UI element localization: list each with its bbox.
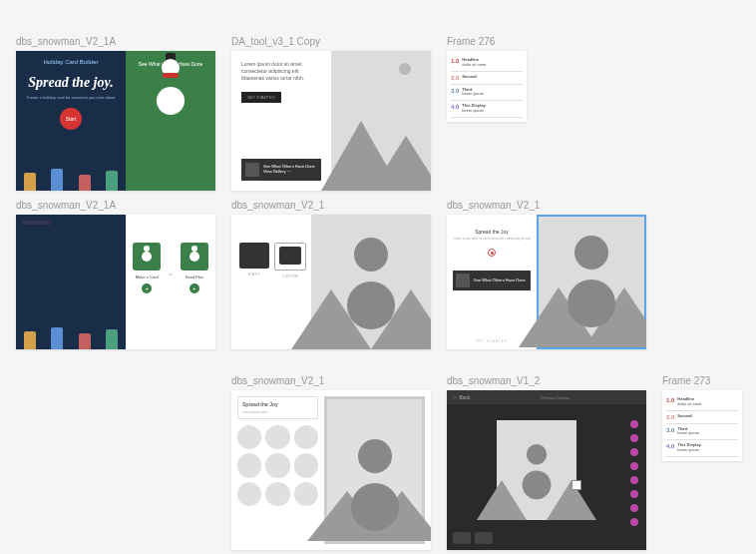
color-dot	[630, 490, 638, 498]
frame-dbs-snowman-v2-1-c[interactable]: dbs_snowman_V2_1 Spread the Joy Lorem ip…	[231, 375, 431, 550]
step-number: 1.0	[451, 58, 459, 64]
mountains	[331, 107, 431, 191]
frame-dbs-snowman-v2-1-b[interactable]: dbs_snowman_V2_1 Spread the Joy Lorem ip…	[447, 200, 646, 349]
step-sub: dolor sit amet	[677, 402, 701, 407]
avatar-placeholder	[237, 425, 261, 449]
callout-title: See What Others Have Done	[474, 278, 526, 283]
step-sub: dolor sit amet	[462, 63, 486, 68]
step-number: 1.0	[666, 397, 674, 403]
color-dot	[630, 434, 638, 442]
color-dot	[630, 476, 638, 484]
subtitle: Lorem ipsum dolor sit amet consectetur a…	[453, 237, 531, 241]
avatar-placeholder	[265, 453, 289, 477]
color-dot	[630, 504, 638, 512]
steps-list: 1.0 Headline dolor sit amet 2.0 Second 3…	[451, 55, 523, 118]
step-item: 1.0 Headline dolor sit amet	[451, 55, 523, 72]
frame-thumbnail[interactable]: Holiday Card Builder Spread the joy. Cre…	[16, 51, 215, 191]
snowman-placeholder	[347, 276, 395, 329]
option-tile	[239, 243, 269, 269]
snowman-placeholder	[567, 274, 615, 327]
step-number: 4.0	[451, 104, 459, 110]
get-started-button: GET STARTED	[241, 92, 281, 103]
frame-dbs-snowman-v2-1-a[interactable]: dbs_snowman_V2_1 STATIC CUSTOM	[231, 200, 431, 349]
editor-canvas	[497, 420, 576, 520]
choice-send-flex: Send Flex +	[181, 243, 208, 293]
frame-dbs-snowman-v2-1a[interactable]: dbs_snowman_V2_1A Holiday Card Builder S…	[16, 36, 215, 191]
callout-text: See What Others Have Done View Gallery →	[263, 165, 315, 175]
frame-thumbnail[interactable]: 1.0 Headline dolor sit amet 2.0 Second 3…	[447, 51, 527, 122]
headline: Spread the joy.	[24, 75, 118, 91]
frame-label: Frame 276	[447, 36, 527, 47]
tool-button	[475, 532, 493, 544]
choice-label: Make a Card	[136, 275, 159, 279]
frame-thumbnail[interactable]: Lorem ipsum dolor sit amet, consectetur …	[231, 51, 431, 191]
callout-thumb	[245, 163, 259, 177]
frame-276[interactable]: Frame 276 1.0 Headline dolor sit amet 2.…	[447, 36, 527, 122]
frame-thumbnail[interactable]: ← Back Preview Canvas	[447, 390, 646, 550]
option-tile	[274, 243, 306, 271]
step-number: 4.0	[666, 443, 674, 449]
placeholder-image-selected[interactable]	[537, 215, 646, 349]
step-number: 2.0	[666, 414, 674, 420]
options-row: STATIC CUSTOM	[239, 243, 303, 278]
frame-label: DA_tool_v3_1 Copy	[231, 36, 431, 47]
step-item: 4.0 This Display lorem ipsum	[451, 101, 523, 118]
topbar-title: Preview Canvas	[541, 395, 569, 400]
choice-label: Send Flex	[186, 275, 203, 279]
step-number: 3.0	[666, 427, 674, 433]
card-right-panel: See What Others Have Done	[126, 51, 215, 191]
header-title: Spread the Joy	[242, 401, 313, 407]
frame-thumbnail[interactable]: 1.0 Headline dolor sit amet 2.0 Second 3…	[662, 390, 742, 461]
step-title: Second	[677, 414, 691, 419]
placeholder-image-framed	[324, 396, 425, 544]
step-item: 1.0 Headline dolor sit amet	[666, 394, 738, 411]
snowman-placeholder	[523, 467, 552, 499]
frame-thumbnail[interactable]: Make a Card + or Send Flex +	[16, 215, 215, 349]
snowman-placeholder	[351, 477, 399, 531]
editor-topbar: ← Back Preview Canvas	[447, 390, 646, 404]
frame-label: Frame 273	[662, 375, 742, 386]
option-label: CUSTOM	[282, 275, 298, 278]
frame-dbs-snowman-v1-2[interactable]: dbs_snowman_V1_2 ← Back Preview Canvas	[447, 375, 646, 550]
back-button: ← Back	[453, 394, 471, 400]
frame-label: dbs_snowman_V2_1	[231, 375, 431, 386]
header-box: Spread the Joy Lorem ipsum dolor	[237, 396, 318, 419]
frame-da-tool-v3-1-copy[interactable]: DA_tool_v3_1 Copy Lorem ipsum dolor sit …	[231, 36, 431, 191]
avatar-placeholder	[294, 425, 318, 449]
step-sub: lorem ipsum	[677, 448, 701, 453]
choice-make-card: Make a Card +	[133, 243, 161, 293]
logo	[22, 221, 52, 225]
placeholder-image	[311, 215, 431, 349]
houses-illustration	[16, 319, 126, 349]
figma-canvas[interactable]: dbs_snowman_V2_1A Holiday Card Builder S…	[0, 0, 756, 554]
frame-label: dbs_snowman_V2_1	[231, 200, 431, 211]
choice-row: Make a Card + or Send Flex +	[133, 243, 208, 293]
lorem-text: Lorem ipsum dolor sit amet, consectetur …	[241, 61, 321, 82]
step-sub: lorem ipsum	[462, 109, 486, 114]
frame-dbs-snowman-v2-1a-2[interactable]: dbs_snowman_V2_1A Make a Card + or	[16, 200, 215, 349]
or-divider: or	[169, 272, 173, 277]
card-right-panel: Make a Card + or Send Flex +	[126, 215, 215, 349]
color-dot	[630, 518, 638, 526]
frame-thumbnail[interactable]: Spread the Joy Lorem ipsum dolor sit ame…	[447, 215, 646, 349]
banner-text: Holiday Card Builder	[24, 59, 118, 65]
color-dots	[630, 420, 638, 526]
add-icon: +	[189, 283, 199, 293]
card-left-panel: Lorem ipsum dolor sit amet, consectetur …	[231, 51, 331, 191]
frame-thumbnail[interactable]: Spread the Joy Lorem ipsum dolor	[231, 390, 431, 550]
choice-tile	[133, 243, 161, 271]
step-item: 3.0 Third lorem ipsum	[451, 85, 523, 102]
frame-label: dbs_snowman_V2_1A	[16, 200, 215, 211]
option-custom: CUSTOM	[275, 243, 305, 278]
step-item: 3.0 Third lorem ipsum	[666, 424, 738, 441]
frame-label: dbs_snowman_V2_1A	[16, 36, 215, 47]
step-sub: lorem ipsum	[462, 92, 484, 97]
placeholder-image	[331, 51, 431, 191]
header-sub: Lorem ipsum dolor	[242, 410, 313, 414]
step-item: 4.0 This Display lorem ipsum	[666, 440, 738, 457]
option-static: STATIC	[239, 243, 269, 278]
card-left-panel: Holiday Card Builder Spread the joy. Cre…	[16, 51, 126, 191]
frame-thumbnail[interactable]: STATIC CUSTOM	[231, 215, 431, 349]
tool-button	[453, 532, 471, 544]
frame-273[interactable]: Frame 273 1.0 Headline dolor sit amet 2.…	[662, 375, 742, 461]
